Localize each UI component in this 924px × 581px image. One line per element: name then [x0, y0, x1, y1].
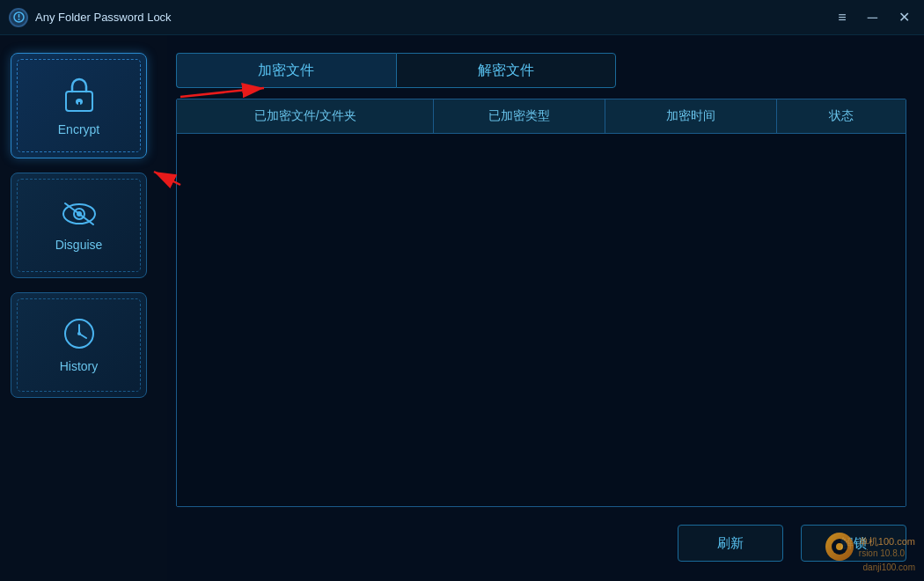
logo-inner — [832, 539, 847, 555]
sidebar-item-history[interactable]: History — [11, 292, 147, 398]
table-body — [177, 134, 906, 506]
watermark-site2: danji100.com — [863, 563, 915, 572]
content-area: 加密文件 解密文件 已加密文件/文件夹 已加密类型 加密时间 状态 刷新 解锁 — [167, 35, 924, 581]
title-bar: Any Folder Password Lock ≡ ─ ✕ — [0, 0, 924, 35]
watermark-logo: 单机100.com rsion 10.8.0 — [825, 533, 915, 561]
lock-icon — [62, 75, 97, 114]
table-header: 已加密文件/文件夹 已加密类型 加密时间 状态 — [177, 99, 906, 134]
sidebar-label-encrypt: Encrypt — [58, 122, 99, 136]
bottom-bar: 刷新 解锁 — [176, 518, 906, 572]
title-bar-controls: ≡ ─ ✕ — [832, 9, 915, 26]
watermark: 单机100.com rsion 10.8.0 danji100.com — [825, 533, 915, 572]
logo-circle — [825, 533, 854, 561]
menu-button[interactable]: ≡ — [832, 9, 851, 26]
sidebar-item-encrypt[interactable]: Encrypt — [11, 53, 147, 158]
eye-icon — [61, 199, 98, 229]
clock-icon — [62, 317, 96, 350]
encrypt-file-button[interactable]: 加密文件 — [176, 53, 396, 88]
minimize-button[interactable]: ─ — [862, 9, 883, 26]
sidebar: Encrypt Disguise History — [0, 35, 167, 581]
col-status: 状态 — [777, 99, 906, 133]
title-bar-left: Any Folder Password Lock — [9, 8, 172, 27]
watermark-version: rsion 10.8.0 — [859, 548, 905, 558]
close-button[interactable]: ✕ — [893, 9, 915, 26]
main-layout: Encrypt Disguise History — [0, 35, 924, 581]
app-title: Any Folder Password Lock — [35, 11, 172, 24]
col-encrypt-time: 加密时间 — [605, 99, 777, 133]
app-icon — [9, 8, 28, 27]
decrypt-file-button[interactable]: 解密文件 — [396, 53, 617, 88]
sidebar-label-disguise: Disguise — [55, 238, 103, 252]
col-encrypted-type: 已加密类型 — [434, 99, 605, 133]
data-table: 已加密文件/文件夹 已加密类型 加密时间 状态 — [176, 99, 906, 507]
refresh-button[interactable]: 刷新 — [678, 525, 783, 562]
sidebar-label-history: History — [60, 359, 99, 373]
sidebar-item-disguise[interactable]: Disguise — [11, 173, 147, 278]
svg-point-13 — [77, 332, 81, 335]
col-encrypted-files: 已加密文件/文件夹 — [177, 99, 434, 133]
logo-dot — [836, 543, 843, 550]
top-buttons: 加密文件 解密文件 — [176, 53, 616, 88]
watermark-site1: 单机100.com — [859, 535, 915, 548]
svg-point-2 — [18, 18, 19, 20]
